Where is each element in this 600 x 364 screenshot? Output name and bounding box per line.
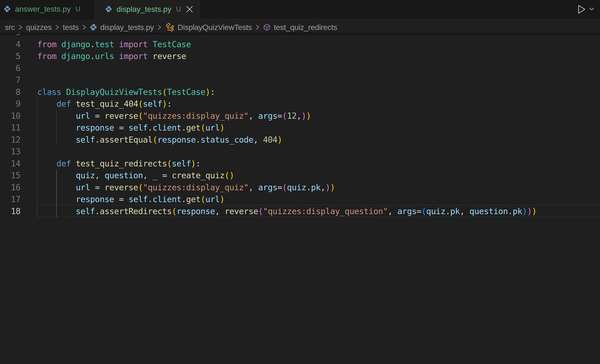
line-number: 11: [0, 122, 20, 134]
python-file-icon: [90, 24, 97, 31]
breadcrumb-separator-icon: [19, 25, 22, 30]
code-line-14: def test_quiz_redirects(self):: [37, 158, 200, 170]
line-number: 18: [0, 205, 20, 217]
code-line-4: from django.test import TestCase: [37, 38, 191, 50]
code-line-16: url = reverse("quizzes:display_quiz", ar…: [37, 181, 335, 194]
code-line-15: quiz, question, _ = create_quiz(): [37, 169, 234, 181]
tab-bar: answer_tests.pyUdisplay_tests.pyU: [0, 0, 600, 19]
line-number: 7: [0, 74, 20, 86]
breadcrumb-separator-icon: [158, 25, 161, 30]
code-line-9: def test_quiz_404(self):: [37, 98, 172, 110]
tab-answer-tests[interactable]: answer_tests.pyU: [0, 0, 95, 19]
tab-label: display_tests.py: [117, 5, 171, 14]
line-number: 4: [0, 38, 20, 50]
breadcrumb-separator-icon: [55, 25, 59, 30]
git-untracked-badge: U: [176, 5, 181, 13]
tab-display-tests[interactable]: display_tests.pyU: [95, 0, 199, 20]
breadcrumb-label: tests: [63, 23, 79, 32]
line-number: 6: [0, 62, 20, 74]
git-untracked-badge: U: [75, 5, 80, 13]
line-number: 15: [0, 169, 20, 181]
code-line-17: response = self.client.get(url): [37, 193, 225, 205]
breadcrumb-item-quizzes[interactable]: quizzes: [26, 23, 52, 32]
line-number: 14: [0, 158, 20, 170]
line-number: 16: [0, 181, 20, 194]
close-tab-icon[interactable]: [186, 5, 194, 13]
breadcrumb-label: display_tests.py: [100, 23, 154, 32]
line-number: 5: [0, 50, 20, 62]
breadcrumb-separator-icon: [82, 25, 86, 30]
line-number: 3: [0, 33, 20, 38]
symbol-method-icon: [263, 23, 271, 31]
code-line-11: response = self.client.get(url): [37, 122, 225, 134]
code-line-12: self.assertEqual(response.status_code, 4…: [37, 134, 282, 146]
code-line-5: from django.urls import reverse: [37, 50, 186, 62]
line-number: 13: [0, 146, 20, 158]
breadcrumb-separator-icon: [255, 25, 260, 30]
scroll-shadow: [0, 33, 600, 36]
line-number: 8: [0, 86, 20, 98]
run-dropdown-chevron-icon[interactable]: [588, 5, 596, 14]
python-file-icon: [4, 5, 10, 12]
code-editor[interactable]: 3456789101112131415161718 from django.te…: [0, 33, 600, 364]
line-number: 12: [0, 134, 20, 146]
line-number: 10: [0, 110, 20, 122]
breadcrumb-label: src: [5, 23, 15, 32]
line-number: 9: [0, 98, 20, 110]
tab-label: answer_tests.py: [15, 5, 71, 13]
breadcrumb-item-display-tests-py[interactable]: display_tests.py: [90, 23, 154, 32]
run-button[interactable]: [575, 3, 587, 15]
code-line-10: url = reverse("quizzes:display_quiz", ar…: [37, 110, 311, 122]
breadcrumb-label: DisplayQuizViewTests: [178, 23, 252, 32]
symbol-class-icon: [165, 23, 174, 32]
breadcrumb-item-test-quiz-redirects[interactable]: test_quiz_redirects: [263, 23, 337, 32]
line-number: 17: [0, 193, 20, 205]
breadcrumb-item-displayquizviewtests[interactable]: DisplayQuizViewTests: [165, 23, 252, 32]
breadcrumb-label: quizzes: [26, 23, 52, 32]
breadcrumb-label: test_quiz_redirects: [274, 23, 337, 32]
python-file-icon: [105, 6, 112, 12]
code-line-18: self.assertRedirects(response, reverse("…: [37, 205, 537, 217]
breadcrumb: srcquizzestestsdisplay_tests.pyDisplayQu…: [0, 19, 600, 33]
breadcrumb-item-src[interactable]: src: [5, 23, 15, 32]
code-line-8: class DisplayQuizViewTests(TestCase):: [37, 86, 215, 98]
breadcrumb-item-tests[interactable]: tests: [63, 23, 79, 32]
editor-actions: [575, 0, 596, 19]
